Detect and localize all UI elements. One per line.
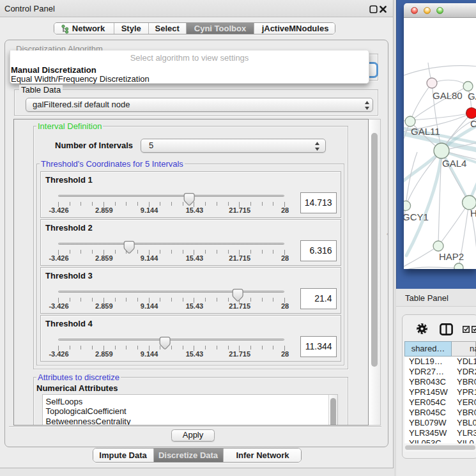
svg-text:GCY1: GCY1 xyxy=(404,211,429,222)
svg-text:C: C xyxy=(470,118,476,129)
svg-text:GAL11: GAL11 xyxy=(411,126,440,137)
svg-text:H: H xyxy=(470,208,476,219)
svg-text:HAP2: HAP2 xyxy=(439,251,464,262)
svg-text:GAL80: GAL80 xyxy=(433,90,463,101)
svg-text:GAL4: GAL4 xyxy=(442,158,466,169)
svg-text:GA: GA xyxy=(468,91,476,102)
